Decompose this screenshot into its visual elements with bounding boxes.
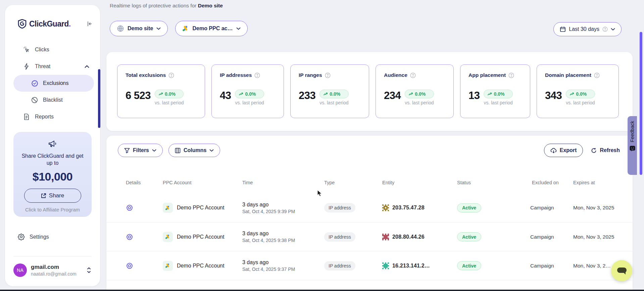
col-header-entity: Entity (382, 180, 457, 185)
sidebar-item-reports[interactable]: Reports (13, 108, 94, 125)
account-switcher[interactable]: NA gmail.com naatali.ro@gmail.com (13, 263, 94, 277)
status-badge: Active (457, 232, 481, 241)
user-email: naatali.ro@gmail.com (31, 271, 77, 277)
date-range-selector[interactable]: Last 30 days (553, 22, 622, 36)
time-relative: 3 days ago (242, 231, 324, 237)
sidebar-item-blacklist[interactable]: Blacklist (13, 92, 94, 108)
page-scrollbar-thumb[interactable] (640, 32, 642, 175)
chat-bubble-icon (617, 266, 627, 275)
time-relative: 3 days ago (242, 259, 324, 265)
help-icon[interactable] (594, 72, 600, 78)
help-icon[interactable] (168, 72, 174, 78)
columns-icon (175, 148, 181, 153)
help-icon[interactable] (325, 72, 331, 78)
chevron-down-icon (152, 149, 156, 152)
status-badge: Active (457, 203, 481, 212)
google-ads-icon (182, 26, 189, 32)
delta-badge: 0.0% (155, 90, 184, 98)
stat-caption: vs. last period (235, 100, 264, 105)
columns-button[interactable]: Columns (168, 144, 220, 157)
col-header-expires-at: Expires at (573, 180, 633, 185)
refresh-button[interactable]: Refresh (590, 144, 621, 157)
external-link-icon (41, 193, 46, 198)
col-header-type: Type (324, 180, 382, 185)
stat-caption: vs. last period (484, 100, 512, 105)
stat-card-app-placement: App placement 13 0.0% vs. last period (460, 64, 530, 118)
promo-footer-link[interactable]: Click to Affiliate Program (18, 207, 87, 212)
avatar: NA (13, 263, 27, 277)
selector-row: Demo site Demo PPC ac… (110, 21, 248, 36)
sidebar-item-label: Threat (35, 63, 50, 69)
site-selector[interactable]: Demo site (110, 21, 168, 36)
window-bottom-edge (0, 290, 644, 291)
delta-badge: 0.0% (319, 90, 348, 98)
sidebar-item-settings[interactable]: Settings (18, 233, 49, 240)
expires-at-value: Mon, Nov 3, 2025 (573, 205, 633, 211)
sidebar-item-label: Blacklist (43, 97, 63, 103)
share-button[interactable]: Share (24, 189, 81, 203)
excluded-on-value: Campaign (530, 205, 573, 211)
feedback-tab[interactable]: Feedback (628, 116, 637, 175)
feedback-label: Feedback (630, 121, 635, 142)
table-body: Demo PPC Account 3 days agoSat, Oct 4, 2… (106, 193, 633, 291)
excluded-on-value: Campaign (530, 234, 573, 240)
prohibit-icon (31, 97, 38, 103)
time-absolute: Sat, Oct 4, 2025 9:39 PM (242, 209, 324, 214)
delta-badge: 0.0% (405, 90, 434, 98)
table-row: Demo PPC Account 3 days agoSat, Oct 4, 2… (106, 222, 633, 251)
sidebar-item-clicks[interactable]: Clicks (13, 41, 94, 58)
subtitle-site-name: Demo site (198, 3, 223, 8)
export-button[interactable]: Export (544, 144, 583, 157)
view-details-icon[interactable] (126, 233, 163, 241)
sidebar-item-label: Clicks (35, 47, 49, 53)
stat-caption: vs. last period (155, 100, 184, 105)
stat-card-ip-ranges: IP ranges 233 0.0% vs. last period (290, 64, 369, 118)
delta-badge: 0.0% (484, 90, 512, 98)
logo-wordmark: ClickGuard. (29, 19, 71, 29)
type-badge: IP address (324, 261, 355, 271)
document-icon (23, 113, 30, 120)
sidebar-nav: Clicks Threat Exclusions Blacklist (13, 41, 94, 125)
user-name: gmail.com (31, 264, 77, 271)
view-details-icon[interactable] (126, 204, 163, 211)
settings-label: Settings (30, 234, 49, 240)
chevron-down-icon (209, 149, 214, 152)
site-selector-value: Demo site (128, 26, 153, 32)
sidebar-item-label: Exclusions (43, 80, 68, 86)
entity-value: 16.213.141.2… (392, 263, 430, 269)
stat-value: 6 523 (126, 90, 151, 102)
delta-badge: 0.0% (235, 90, 264, 98)
help-icon[interactable] (410, 72, 416, 78)
stat-value: 233 (299, 90, 315, 102)
refresh-icon (591, 148, 597, 153)
chevron-up-down-icon (87, 267, 91, 274)
globe-icon (117, 25, 124, 32)
help-icon[interactable] (508, 72, 514, 78)
sidebar-scrollbar[interactable] (98, 69, 100, 128)
cloud-download-icon (550, 148, 557, 153)
time-relative: 3 days ago (242, 202, 324, 208)
promo-text: Share ClickGuard and get up to (18, 153, 87, 167)
help-icon (602, 27, 608, 32)
affiliate-promo-card[interactable]: Share ClickGuard and get up to $10,000 S… (13, 132, 92, 217)
expires-at-value: Mon, Nov 3, 2025 (573, 234, 633, 240)
ppc-account-selector-value: Demo PPC ac… (192, 26, 233, 32)
sidebar-collapse-icon[interactable] (87, 21, 93, 27)
col-header-excluded-on: Excluded on (530, 180, 560, 185)
calendar-icon (560, 26, 566, 32)
sidebar-item-threat[interactable]: Threat (13, 58, 94, 75)
help-icon[interactable] (254, 72, 260, 78)
filters-button[interactable]: Filters (118, 144, 163, 157)
col-header-ppc-account: PPC Account (163, 180, 242, 185)
sidebar-item-exclusions[interactable]: Exclusions (13, 75, 94, 92)
ppc-account-selector[interactable]: Demo PPC ac… (175, 21, 247, 36)
chevron-down-icon (156, 27, 161, 30)
feedback-smiley-icon (630, 146, 635, 151)
google-ads-icon (163, 261, 173, 271)
entity-value: 203.75.47.28 (392, 205, 425, 211)
stat-value: 234 (384, 90, 401, 102)
view-details-icon[interactable] (126, 262, 163, 270)
stat-caption: vs. last period (405, 100, 434, 105)
badge-check-icon (31, 80, 38, 87)
chat-launcher-button[interactable] (611, 260, 632, 281)
